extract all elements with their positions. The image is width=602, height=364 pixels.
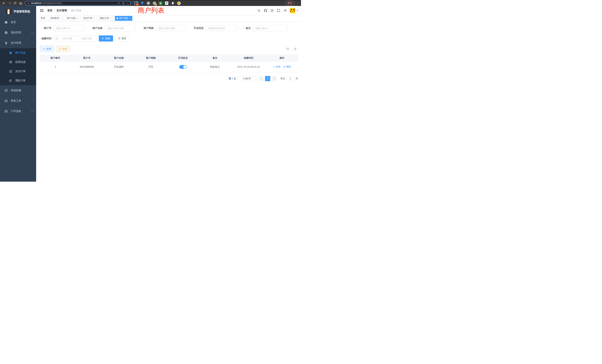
col-remark: 备注	[199, 54, 231, 62]
close-icon[interactable]: ×	[129, 17, 131, 20]
refresh-table-button[interactable]	[292, 46, 298, 52]
extension-badge10-icon[interactable]: 10	[134, 1, 138, 5]
help-button[interactable]	[270, 9, 274, 12]
edit-pencil-icon	[273, 66, 275, 68]
page-info-icon[interactable]	[27, 2, 30, 4]
create-time-label: 创建时间	[40, 37, 51, 40]
browser-update-button[interactable]: 更新	[285, 1, 294, 6]
close-icon[interactable]: ×	[93, 17, 95, 20]
sidebar-fold-button[interactable]	[39, 8, 44, 13]
close-icon[interactable]: ×	[60, 17, 62, 20]
user-avatar	[290, 8, 295, 13]
sidebar-item-infrastructure[interactable]: 基础设施	[0, 85, 36, 96]
merchant-no-input[interactable]	[54, 25, 84, 31]
add-button[interactable]: 新增	[40, 46, 54, 52]
breadcrumb-current: 商户信息	[71, 9, 81, 12]
chevron-down-icon	[31, 110, 33, 112]
browser-back-button[interactable]	[1, 1, 6, 6]
browser-forward-button[interactable]	[7, 1, 12, 6]
chevron-down-icon	[31, 100, 33, 102]
fullscreen-button[interactable]	[277, 9, 280, 12]
password-key-icon[interactable]	[118, 2, 120, 5]
command-glyph: ⌘	[147, 2, 149, 4]
page-size-select[interactable]: 10条/页	[238, 76, 256, 81]
close-icon[interactable]: ×	[77, 17, 78, 20]
tag-user-group[interactable]: 用户分组×	[65, 16, 80, 21]
share-icon[interactable]	[122, 2, 125, 5]
short-name-input[interactable]	[156, 25, 187, 31]
close-icon[interactable]: ×	[110, 17, 111, 20]
tag-pay-order[interactable]: 支付订单×	[82, 16, 97, 21]
breadcrumb-payment[interactable]: 支付管理	[56, 9, 67, 12]
sidebar-item-workflow[interactable]: 工作流程	[0, 106, 36, 116]
font-size-button[interactable]: TT	[283, 9, 287, 12]
remark-input[interactable]	[253, 25, 288, 31]
chat-extension-icon[interactable]	[165, 1, 169, 5]
status-extension-icon[interactable]: 1	[152, 1, 156, 5]
sidebar-item-pay-order[interactable]: 支付订单	[0, 67, 36, 76]
sidebar-item-home[interactable]: 首页	[0, 17, 36, 27]
y-logo-extension-icon[interactable]: y	[159, 1, 162, 5]
total-prefix: 共	[229, 77, 231, 80]
user-menu[interactable]: ▼	[290, 8, 298, 13]
tag-refund-order[interactable]: 退款订单×	[98, 16, 113, 21]
tag-label: 用户分组	[67, 17, 76, 20]
sidebar-item-system[interactable]: 系统管理	[0, 27, 36, 38]
cell-merchant-no: M233666999	[71, 62, 103, 72]
github-link-button[interactable]	[264, 9, 267, 12]
remark-label: 备注	[243, 26, 251, 30]
header-search-button[interactable]	[258, 9, 261, 12]
sidebar-item-dev-tools[interactable]: 研发工具	[0, 96, 36, 106]
reload-icon	[13, 2, 17, 5]
chevron-up-icon	[31, 42, 33, 44]
page-1-button[interactable]: 1	[265, 76, 270, 81]
browser-menu-icon[interactable]: ⋮	[297, 2, 299, 5]
sidebar-item-label: 工作流程	[11, 109, 31, 113]
command-extension-icon[interactable]: ⌘	[146, 1, 150, 5]
sidebar-item-merchant-info[interactable]: 商户信息	[0, 48, 36, 57]
browser-reload-button[interactable]	[13, 1, 17, 6]
app-logo[interactable]: 芋道管理系统	[0, 6, 36, 17]
breadcrumb-separator: /	[69, 9, 69, 12]
search-button[interactable]: 搜索	[99, 35, 113, 42]
create-time-range-picker[interactable]: 开始日期 - 结束日期	[54, 36, 97, 42]
goto-page-input[interactable]	[287, 76, 294, 81]
chevron-down-icon	[31, 89, 33, 92]
prev-page-button[interactable]	[258, 76, 264, 81]
goto-label: 前往	[280, 77, 285, 80]
puzzle-extensions-icon[interactable]	[171, 1, 175, 5]
table-header-row: 商户编号 商户号 商户全称 商户简称 开启状态 备注 创建时间 操作	[40, 54, 298, 62]
delete-link[interactable]: 删除	[283, 65, 291, 68]
breadcrumb-separator: /	[54, 9, 55, 12]
sidebar-item-refund-order[interactable]: 退款订单	[0, 76, 36, 85]
status-select[interactable]	[206, 25, 238, 31]
tag-process-form[interactable]: 流程表单×	[49, 16, 63, 21]
browser-toolbar: localhost:1024/pay/merchant ☆ 10 ⌘ 1 y	[0, 0, 301, 6]
export-button-label: 导出	[62, 47, 67, 51]
full-name-label: 商户全称	[88, 26, 103, 30]
toggle-search-button[interactable]	[285, 46, 291, 52]
reset-button[interactable]: 重置	[115, 35, 129, 42]
kite-extension-icon[interactable]	[140, 1, 144, 5]
document-copy-icon	[9, 79, 13, 82]
sidebar-item-payment[interactable]: ¥ 支付管理	[0, 38, 36, 48]
full-name-input[interactable]	[105, 25, 136, 31]
bookmark-star-icon[interactable]: ☆	[126, 2, 129, 5]
tag-home[interactable]: 首页	[39, 16, 47, 21]
edit-link[interactable]: 修改	[273, 65, 281, 68]
search-icon	[258, 9, 261, 12]
status-toggle[interactable]	[179, 65, 187, 69]
sidebar-item-app-info[interactable]: 应用信息	[0, 57, 36, 67]
export-button[interactable]: 导出	[56, 46, 70, 52]
tags-view-bar: 首页 流程表单× 用户分组× 支付订单× 退款订单× 商户信息×	[36, 15, 301, 21]
fullscreen-icon	[277, 9, 280, 12]
delete-link-label: 删除	[286, 65, 291, 68]
breadcrumb-home[interactable]: 首页	[47, 9, 53, 12]
address-bar[interactable]: localhost:1024/pay/merchant ☆	[25, 1, 131, 5]
payment-submenu: 商户信息 应用信息 支付订单 退款订单	[0, 48, 36, 85]
tag-merchant-info[interactable]: 商户信息×	[115, 16, 132, 21]
status-select-input[interactable]	[206, 25, 238, 31]
browser-home-button[interactable]	[18, 1, 23, 6]
next-page-button[interactable]	[271, 76, 277, 81]
emoji-extension-icon[interactable]	[177, 1, 181, 5]
